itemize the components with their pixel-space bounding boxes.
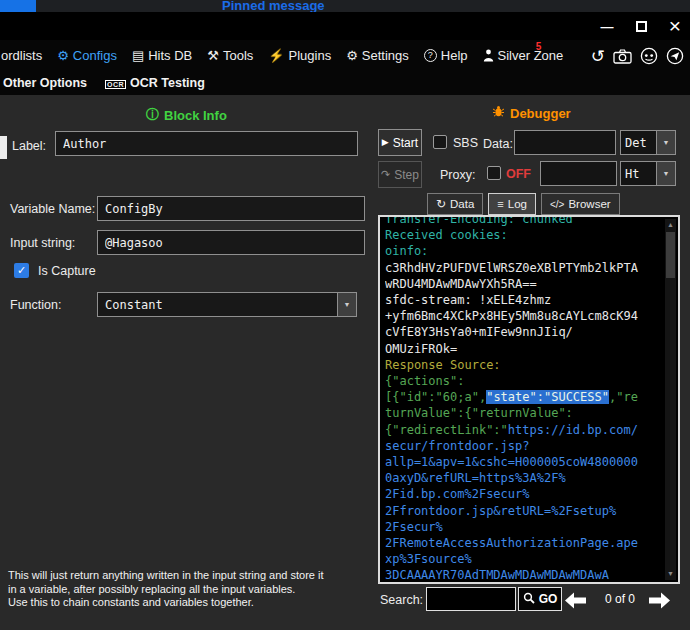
debugger-title-text: Debugger [510,106,571,121]
log-text: https://id.bp.com/ [508,423,638,437]
log-text: Transfer-Encoding: chunked [385,217,573,226]
title-bar: — × [0,12,690,40]
menu-bar: ordlists⚙Configs▤Hits DB⚒Tools⚡Plugins⚙S… [0,40,563,71]
input-string-input[interactable] [97,230,365,255]
step-button[interactable]: ↷ Step [378,161,422,188]
ocr-icon: OCR [105,76,126,90]
log-line: oinfo: [385,243,662,259]
data-input[interactable] [514,130,616,155]
play-icon: ▶ [382,138,389,147]
menu-item-ordlists[interactable]: ordlists [1,48,42,63]
log-text: c3RhdHVzPUFDVElWRSZ0eXBlPTYmb2lkPTA [385,261,638,275]
menu-item-help[interactable]: ?Help [424,48,468,63]
debugger-title: Debugger [492,105,571,121]
log-text: 0axyD&refURL=https%3A%2F% [385,471,566,485]
log-line: 2FRemoteAccessAuthorizationPage.ape [385,535,662,551]
menu-item-label: ordlists [1,48,42,63]
menu-item-plugins[interactable]: ⚡Plugins [268,48,331,63]
is-capture-checkbox[interactable]: ✓ [14,263,29,278]
menu-item-silver-zone[interactable]: Silver Zone5 [483,48,564,63]
log-text: allp=1&apv=1&cshc=H000005coW4800000 [385,455,638,469]
menu-item-hits-db[interactable]: ▤Hits DB [132,48,192,63]
tab-log[interactable]: ≡Log [488,193,536,215]
log-line: {"redirectLink":"https://id.bp.com/ [385,422,662,438]
tab-browser[interactable]: </>Browser [541,193,620,215]
menu-item-configs[interactable]: ⚙Configs [57,48,117,63]
search-go-button[interactable]: GO [518,587,562,611]
log-line: wRDU4MDAwMDAwYXh5RA== [385,276,662,292]
send-icon[interactable] [666,47,684,65]
log-line: 0axyD&refURL=https%3A%2F% [385,470,662,486]
subnav-item-ocr-testing[interactable]: OCROCR Testing [105,76,205,90]
menu-item-label: Hits DB [148,48,192,63]
maximize-button[interactable] [634,21,648,32]
block-description: This will just return anything written i… [8,569,323,610]
sbs-label: SBS [453,136,478,150]
chevron-down-icon: ▼ [656,162,675,185]
is-capture-label: Is Capture [38,264,96,278]
history-icon[interactable]: ↺ [591,48,605,65]
list-icon: ≡ [497,198,503,210]
log-text: [{"id":"60;a", [385,390,486,404]
plug-icon: ⚡ [268,49,284,62]
data-type-select[interactable]: Det ▼ [620,130,676,155]
proxy-type-select[interactable]: Ht ▼ [620,161,676,186]
log-text: 2FRemoteAccessAuthorizationPage.ape [385,536,638,550]
menu-item-label: Settings [362,48,409,63]
gear-icon: ⚙ [346,49,358,62]
scroll-down-icon[interactable]: ▼ [665,568,676,580]
log-text: wRDU4MDAwMDAwYXh5RA== [385,277,537,291]
previous-result-button[interactable] [562,589,588,611]
scroll-thumb[interactable] [666,232,675,278]
log-text: sfdc-stream: !xELE4zhmz [385,293,551,307]
info-icon: ⓘ [146,106,159,124]
subnav-item-label: OCR Testing [130,76,205,90]
log-content: Transfer-Encoding: chunkedReceived cooki… [385,217,662,582]
log-line: allp=1&apv=1&cshc=H000005coW4800000 [385,454,662,470]
go-label: GO [539,592,558,606]
help-icon: ? [424,49,437,62]
background-window-fragment [0,0,36,12]
scroll-up-icon[interactable]: ▲ [665,219,676,231]
function-select[interactable]: Constant ▼ [97,292,357,317]
search-caption: Search: [380,593,423,607]
main-area: ⓘ Block Info Label: Variable Name: Input… [0,95,690,630]
close-button[interactable]: × [668,16,682,36]
proxy-status: OFF [506,167,531,181]
log-line: 3DCAAAAYR70AdTMDAwMDAwMDAwMDAwA [385,567,662,582]
menu-item-label: Silver Zone [498,48,564,63]
data-caption: Data: [483,137,513,151]
search-icon [523,592,535,607]
input-string-caption: Input string: [10,236,75,250]
log-scrollbar[interactable]: ▲ ▼ [665,219,676,580]
menu-item-label: Configs [73,48,117,63]
data-type-value: Det [621,131,656,154]
function-value: Constant [98,293,337,316]
sbs-checkbox[interactable] [433,135,447,149]
log-line: Transfer-Encoding: chunked [385,217,662,227]
maximize-icon [636,21,647,32]
log-line: OMUziFROk= [385,341,662,357]
subnav-item-other-options[interactable]: Other Options [3,76,87,90]
log-line: xp%3Fsource% [385,551,662,567]
proxy-checkbox[interactable] [487,166,501,180]
block-description-line: This will just return anything written i… [8,569,323,583]
log-text: {"actions": [385,374,464,388]
label-input[interactable] [55,131,358,156]
proxy-input[interactable] [540,161,617,186]
screenshot-icon[interactable] [613,49,632,64]
start-button[interactable]: ▶ Start [378,129,422,156]
menu-item-tools[interactable]: ⚒Tools [207,48,253,63]
discord-icon[interactable] [640,47,658,65]
variable-name-caption: Variable Name: [10,202,95,216]
variable-name-input[interactable] [97,196,365,221]
tab-data[interactable]: ↻Data [427,193,483,215]
log-line: c3RhdHVzPUFDVElWRSZ0eXBlPTYmb2lkPTA [385,260,662,276]
search-input[interactable] [426,587,516,611]
menu-item-settings[interactable]: ⚙Settings [346,48,409,63]
app-window: Pinned message — × ordlists⚙Configs▤Hits… [0,0,690,630]
next-result-button[interactable] [646,589,672,611]
minimize-button[interactable]: — [600,19,614,34]
menu-item-label: Help [441,48,468,63]
log-text: OMUziFROk= [385,342,457,356]
